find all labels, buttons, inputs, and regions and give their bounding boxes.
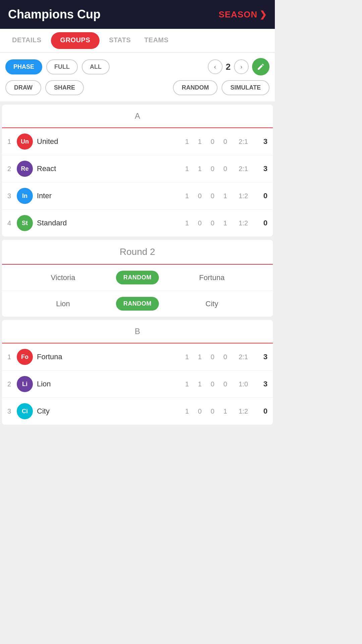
rank: 3: [7, 192, 17, 200]
stats: 1 0 0 1 1:2 0: [184, 219, 267, 227]
draw-button[interactable]: DRAW: [5, 80, 41, 95]
losses: 0: [222, 353, 229, 361]
next-page-button[interactable]: ›: [234, 59, 249, 74]
draws: 0: [209, 165, 216, 173]
score: 1:2: [235, 192, 252, 200]
wins: 1: [196, 380, 203, 388]
played: 1: [184, 138, 190, 146]
table-row[interactable]: 1 Un United 1 1 0 0 2:1 3: [2, 128, 273, 155]
wins: 1: [196, 165, 203, 173]
table-row[interactable]: 1 Fo Fortuna 1 1 0 0 2:1 3: [2, 343, 273, 371]
draws: 0: [209, 192, 216, 200]
group-a-section: A 1 Un United 1 1 0 0 2:1 3 2 Re React 1…: [2, 105, 273, 236]
page-number: 2: [226, 62, 231, 72]
round2-title: Round 2: [2, 240, 273, 265]
team-name: Standard: [37, 219, 184, 227]
score: 2:1: [235, 165, 252, 173]
tab-bar: DETAILS GROUPS STATS TEAMS: [0, 29, 275, 53]
wins: 0: [196, 408, 203, 415]
table-row[interactable]: 3 Ci City 1 0 0 1 1:2 0: [2, 398, 273, 425]
draws: 0: [209, 138, 216, 146]
full-button[interactable]: FULL: [46, 59, 78, 74]
stats: 1 0 0 1 1:2 0: [184, 192, 267, 200]
share-button[interactable]: SHARE: [45, 80, 84, 95]
rank: 1: [7, 353, 17, 361]
table-row[interactable]: 3 In Inter 1 0 0 1 1:2 0: [2, 182, 273, 210]
losses: 1: [222, 408, 229, 415]
team-name: Inter: [37, 192, 184, 200]
simulate-button[interactable]: SIMULATE: [222, 80, 269, 95]
team-name: Lion: [37, 380, 184, 388]
match-row: Victoria RANDOM Fortuna: [2, 265, 273, 291]
played: 1: [184, 408, 190, 415]
main-content: A 1 Un United 1 1 0 0 2:1 3 2 Re React 1…: [0, 105, 275, 425]
draws: 0: [209, 380, 216, 388]
prev-page-button[interactable]: ‹: [208, 59, 223, 74]
losses: 1: [222, 192, 229, 200]
home-team: Victoria: [10, 273, 116, 282]
points: 0: [258, 192, 267, 200]
app-title: Champions Cup: [8, 7, 101, 21]
score: 1:0: [235, 380, 252, 388]
played: 1: [184, 192, 190, 200]
stats: 1 0 0 1 1:2 0: [184, 407, 267, 416]
wins: 0: [196, 192, 203, 200]
match-row: Lion RANDOM City: [2, 291, 273, 317]
table-row[interactable]: 4 St Standard 1 0 0 1 1:2 0: [2, 210, 273, 236]
played: 1: [184, 380, 190, 388]
random-match-button[interactable]: RANDOM: [116, 271, 159, 284]
pagination: ‹ 2 ›: [208, 58, 269, 75]
tab-groups[interactable]: GROUPS: [51, 32, 100, 49]
wins: 1: [196, 353, 203, 361]
played: 1: [184, 353, 190, 361]
points: 0: [258, 219, 267, 227]
random-button[interactable]: RANDOM: [173, 80, 218, 95]
score: 2:1: [235, 138, 252, 146]
group-a-title: A: [2, 105, 273, 128]
rank: 3: [7, 408, 17, 415]
score: 1:2: [235, 408, 252, 415]
team-name: React: [37, 164, 184, 173]
avatar: Li: [17, 376, 33, 392]
season-arrow-icon: ❯: [259, 9, 267, 20]
played: 1: [184, 219, 190, 227]
pencil-icon: [257, 63, 265, 71]
controls-bar: PHASE FULL ALL ‹ 2 ›: [0, 53, 275, 75]
random-match-button[interactable]: RANDOM: [116, 297, 159, 311]
points: 3: [258, 137, 267, 146]
losses: 0: [222, 380, 229, 388]
rank: 4: [7, 219, 17, 227]
score: 1:2: [235, 219, 252, 227]
season-nav[interactable]: SEASON ❯: [219, 9, 267, 20]
draws: 0: [209, 353, 216, 361]
rank: 1: [7, 138, 17, 146]
avatar: In: [17, 188, 33, 204]
points: 0: [258, 407, 267, 416]
tab-teams[interactable]: TEAMS: [137, 29, 175, 52]
team-name: Fortuna: [37, 353, 184, 361]
actions-bar: DRAW SHARE RANDOM SIMULATE: [0, 75, 275, 101]
score: 2:1: [235, 353, 252, 361]
away-team: City: [159, 300, 265, 308]
draws: 0: [209, 219, 216, 227]
avatar: Ci: [17, 403, 33, 419]
avatar: Fo: [17, 349, 33, 365]
table-row[interactable]: 2 Re React 1 1 0 0 2:1 3: [2, 155, 273, 182]
avatar: Un: [17, 133, 33, 150]
group-b-section: B 1 Fo Fortuna 1 1 0 0 2:1 3 2 Li Lion 1…: [2, 320, 273, 425]
played: 1: [184, 165, 190, 173]
round2-section: Round 2 Victoria RANDOM Fortuna Lion RAN…: [2, 240, 273, 317]
all-button[interactable]: ALL: [82, 59, 110, 74]
edit-button[interactable]: [252, 58, 269, 75]
team-name: United: [37, 137, 184, 146]
away-team: Fortuna: [159, 273, 265, 282]
avatar: St: [17, 215, 33, 231]
losses: 1: [222, 219, 229, 227]
table-row[interactable]: 2 Li Lion 1 1 0 0 1:0 3: [2, 371, 273, 398]
wins: 1: [196, 138, 203, 146]
stats: 1 1 0 0 2:1 3: [184, 164, 267, 173]
losses: 0: [222, 138, 229, 146]
tab-details[interactable]: DETAILS: [5, 29, 48, 52]
tab-stats[interactable]: STATS: [102, 29, 137, 52]
phase-button[interactable]: PHASE: [5, 59, 42, 74]
